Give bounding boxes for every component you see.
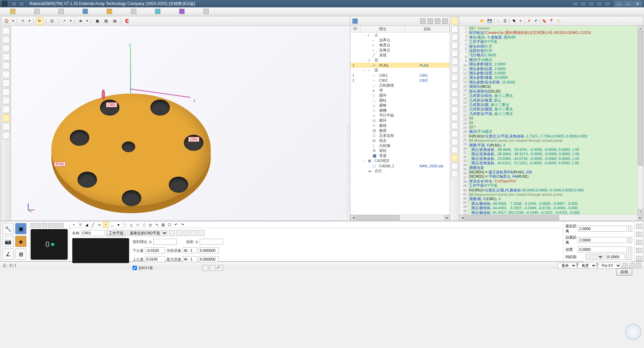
status-unit[interactable]: 毫米 xyxy=(558,263,577,269)
code-tb-list[interactable]: ☰ xyxy=(502,18,508,24)
lt-11[interactable] xyxy=(2,114,10,122)
cst-2[interactable] xyxy=(451,26,458,33)
code-vscroll[interactable]: ▲ ▼ xyxy=(637,26,643,215)
upper-tol-input[interactable] xyxy=(145,256,165,262)
max-err-at[interactable] xyxy=(183,256,197,262)
camera-icon[interactable] xyxy=(442,18,448,24)
cst-13[interactable] xyxy=(451,114,458,121)
cst-20[interactable] xyxy=(451,171,458,177)
counter-tb-2[interactable] xyxy=(36,223,41,228)
sh-torus[interactable]: ◎ xyxy=(147,222,153,228)
counter-tb-5[interactable] xyxy=(53,223,58,228)
cst-10[interactable] xyxy=(451,90,458,97)
tree-row[interactable]: ▢CADM_1NAN_2020.stp xyxy=(350,163,450,168)
tree-row[interactable]: ▱平行平面 xyxy=(350,113,450,118)
code-tb-flag[interactable]: ◥ xyxy=(510,18,516,24)
bpsi-5[interactable] xyxy=(636,256,642,261)
code-tb-tag[interactable]: 🔖 xyxy=(541,18,547,24)
apply-button[interactable]: 应用 xyxy=(616,269,632,276)
home-icon[interactable]: 🏠 xyxy=(3,17,10,25)
bp-probe-icon[interactable]: 🔧 xyxy=(2,223,14,234)
tree-tb-1[interactable] xyxy=(352,18,358,24)
code-tb-save[interactable]: 💾 xyxy=(487,18,493,24)
sh-poly[interactable]: ⬡ xyxy=(166,222,172,228)
form-ic-3[interactable] xyxy=(184,230,190,236)
cst-14[interactable] xyxy=(451,122,458,129)
cst-17[interactable] xyxy=(451,147,458,153)
menu-4[interactable] xyxy=(76,8,95,15)
cst-6[interactable] xyxy=(451,58,458,65)
bpsi-4[interactable] xyxy=(636,248,642,253)
sh-ellipse[interactable]: ⬯ xyxy=(141,222,147,228)
col-actual[interactable]: 实际 xyxy=(405,26,450,32)
code-tb-x[interactable]: ✕ xyxy=(517,18,524,24)
lt-8[interactable] xyxy=(2,88,10,96)
feature-tree[interactable]: −•点•边界点•角度点•边角点╱直线−▱面1▱PLN1PLN1−○圆1○CIR1… xyxy=(350,33,450,215)
sh-slot[interactable]: ⬭ xyxy=(135,222,141,228)
lt-10[interactable] xyxy=(2,106,10,113)
lower-tol-input[interactable] xyxy=(145,247,165,253)
label-cir2[interactable]: CIR2 xyxy=(106,102,117,107)
cst-5[interactable] xyxy=(451,50,458,57)
cst-3[interactable] xyxy=(451,34,458,41)
approach-unit[interactable] xyxy=(628,226,632,232)
tr-icon-4[interactable] xyxy=(596,1,602,6)
cur-err-at[interactable] xyxy=(183,247,197,253)
tree-row[interactable]: ▧曲面 xyxy=(350,128,450,133)
sh-edge[interactable]: ⦾ xyxy=(77,222,83,228)
status-coord[interactable]: Pol-XY xyxy=(598,263,621,269)
sh-sphere[interactable]: ● xyxy=(115,222,121,228)
menu-6[interactable] xyxy=(124,8,143,15)
tree-row[interactable]: ◎圆环 xyxy=(350,118,450,123)
cur-err-val[interactable] xyxy=(199,247,219,253)
tr-icon-2[interactable] xyxy=(580,1,586,6)
sh-cylinder[interactable]: ⬚ xyxy=(122,222,128,228)
retract-unit[interactable] xyxy=(628,237,632,243)
tree-hscroll[interactable]: ◀ ▶ xyxy=(350,215,450,220)
tree-row[interactable]: ●球 xyxy=(350,88,450,93)
tree-row[interactable]: −○圆 xyxy=(350,68,450,73)
bpsi-2[interactable] xyxy=(636,232,642,237)
bp-angle-icon[interactable]: ∠ xyxy=(2,248,14,260)
menu-file[interactable] xyxy=(3,8,22,15)
sh-plane[interactable]: ▱ xyxy=(96,222,102,228)
tree-row[interactable]: ⬡正多边形 xyxy=(350,133,450,138)
status-ic-3[interactable] xyxy=(636,263,641,268)
counter-tb-3[interactable] xyxy=(42,223,47,228)
tree-row[interactable]: 1▱PLN1PLN1 xyxy=(350,63,450,68)
cst-8[interactable] xyxy=(451,74,458,81)
tree-row[interactable]: •角度点 xyxy=(350,43,450,48)
retract-input[interactable] xyxy=(578,237,627,243)
tree-row[interactable]: 2○CIR2CIR2 xyxy=(350,78,450,83)
tr-icon-1[interactable] xyxy=(572,1,578,6)
tree-row[interactable]: ╱直线 xyxy=(350,53,450,58)
status-angle[interactable]: 角度 xyxy=(578,263,597,269)
bp-cam-icon[interactable]: 📷 xyxy=(2,236,14,247)
workplane-btn[interactable]: 工作平面 xyxy=(106,230,126,236)
form-ic-5[interactable] xyxy=(198,230,204,236)
eye-icon[interactable]: 👁 xyxy=(77,17,85,25)
form-ic-1[interactable] xyxy=(169,230,175,236)
lt-12[interactable] xyxy=(2,123,10,130)
tree-tb-2[interactable] xyxy=(420,18,426,24)
bpsi-3[interactable] xyxy=(636,240,642,245)
lt-7[interactable] xyxy=(2,79,10,87)
tree-row[interactable]: 1○CIR1CIR1 xyxy=(350,73,450,78)
menu-2[interactable] xyxy=(28,8,46,15)
lt-cursor[interactable] xyxy=(2,27,10,35)
sh-arc[interactable]: ◡ xyxy=(109,222,115,228)
tree-row[interactable]: −▱面 xyxy=(350,58,450,63)
col-theory[interactable]: 理论 xyxy=(360,26,405,32)
approach-input[interactable] xyxy=(578,226,627,232)
tree-row[interactable]: •边角点 xyxy=(350,48,450,53)
menu-7[interactable] xyxy=(148,8,167,15)
render2-icon[interactable]: ▨ xyxy=(102,17,110,25)
lt-9[interactable] xyxy=(2,97,10,104)
cst-7[interactable] xyxy=(451,66,458,73)
tree-row[interactable]: ⬭键槽 xyxy=(350,108,450,113)
tr-icon-3[interactable] xyxy=(588,1,594,6)
cst-16[interactable] xyxy=(451,138,458,145)
depth-input[interactable] xyxy=(578,246,627,252)
crd-select[interactable]: 最靠近的CRD平面 xyxy=(127,230,167,236)
cst-4[interactable] xyxy=(451,42,458,49)
